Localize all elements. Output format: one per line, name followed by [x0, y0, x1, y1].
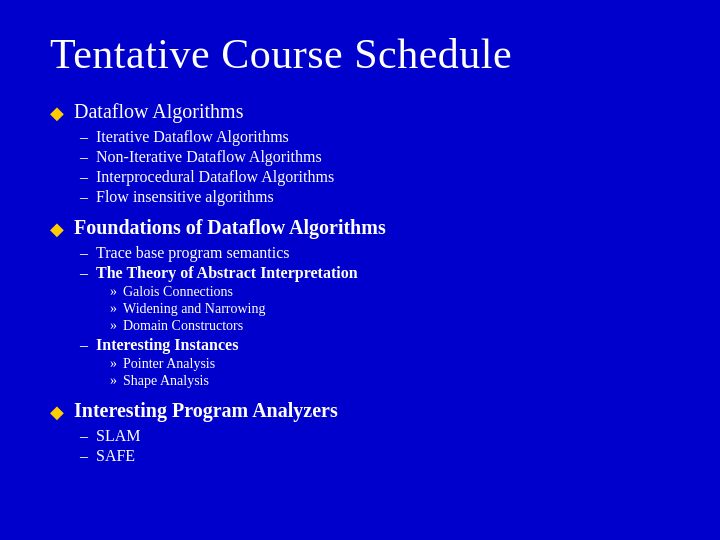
bullet-label-3: Interesting Program Analyzers	[74, 399, 338, 422]
diamond-icon-1: ◆	[50, 102, 64, 124]
sub-sub-list-instances: » Pointer Analysis » Shape Analysis	[110, 356, 670, 389]
dash-icon: –	[80, 244, 88, 262]
sub-label-trace: Trace base program semantics	[96, 244, 290, 262]
sub-sub-shape: » Shape Analysis	[110, 373, 670, 389]
dash-icon: –	[80, 447, 88, 465]
bullet-label-1: Dataflow Algorithms	[74, 100, 243, 123]
sub-sub-bullet-icon: »	[110, 373, 117, 389]
sub-label-iterative: Iterative Dataflow Algorithms	[96, 128, 289, 146]
bullet-analyzers: ◆ Interesting Program Analyzers – SLAM –…	[50, 399, 670, 465]
bullet-dataflow-algorithms: ◆ Dataflow Algorithms – Iterative Datafl…	[50, 100, 670, 206]
sub-sub-label-shape: Shape Analysis	[123, 373, 209, 389]
sub-label-non-iterative: Non-Iterative Dataflow Algorithms	[96, 148, 322, 166]
sub-sub-bullet-icon: »	[110, 318, 117, 334]
sub-sub-label-pointer: Pointer Analysis	[123, 356, 215, 372]
sub-item-interesting-instances: – Interesting Instances	[80, 336, 670, 354]
sub-sub-bullet-icon: »	[110, 356, 117, 372]
dash-icon: –	[80, 128, 88, 146]
sub-item-slam: – SLAM	[80, 427, 670, 445]
sub-list-2: – Trace base program semantics – The The…	[80, 244, 670, 389]
sub-sub-bullet-icon: »	[110, 301, 117, 317]
slide: Tentative Course Schedule ◆ Dataflow Alg…	[0, 0, 720, 540]
sub-label-abstract: The Theory of Abstract Interpretation	[96, 264, 358, 282]
dash-icon: –	[80, 427, 88, 445]
diamond-icon-2: ◆	[50, 218, 64, 240]
sub-item-interprocedural: – Interprocedural Dataflow Algorithms	[80, 168, 670, 186]
sub-sub-label-galois: Galois Connections	[123, 284, 233, 300]
sub-label-interprocedural: Interprocedural Dataflow Algorithms	[96, 168, 334, 186]
sub-item-iterative: – Iterative Dataflow Algorithms	[80, 128, 670, 146]
bullet-foundations: ◆ Foundations of Dataflow Algorithms – T…	[50, 216, 670, 389]
slide-title: Tentative Course Schedule	[50, 30, 670, 78]
sub-sub-pointer: » Pointer Analysis	[110, 356, 670, 372]
diamond-icon-3: ◆	[50, 401, 64, 423]
sub-list-3: – SLAM – SAFE	[80, 427, 670, 465]
sub-item-flow-insensitive: – Flow insensitive algorithms	[80, 188, 670, 206]
sub-sub-domain: » Domain Constructors	[110, 318, 670, 334]
dash-icon: –	[80, 336, 88, 354]
dash-icon: –	[80, 264, 88, 282]
dash-icon: –	[80, 148, 88, 166]
sub-sub-label-domain: Domain Constructors	[123, 318, 243, 334]
sub-label-flow-insensitive: Flow insensitive algorithms	[96, 188, 274, 206]
sub-list-1: – Iterative Dataflow Algorithms – Non-It…	[80, 128, 670, 206]
sub-sub-label-widening: Widening and Narrowing	[123, 301, 266, 317]
sub-label-slam: SLAM	[96, 427, 140, 445]
dash-icon: –	[80, 168, 88, 186]
sub-sub-galois: » Galois Connections	[110, 284, 670, 300]
sub-label-interesting-instances: Interesting Instances	[96, 336, 238, 354]
sub-item-non-iterative: – Non-Iterative Dataflow Algorithms	[80, 148, 670, 166]
bullet-label-2: Foundations of Dataflow Algorithms	[74, 216, 386, 239]
sub-item-safe: – SAFE	[80, 447, 670, 465]
sub-sub-bullet-icon: »	[110, 284, 117, 300]
sub-label-safe: SAFE	[96, 447, 135, 465]
sub-sub-list-abstract: » Galois Connections » Widening and Narr…	[110, 284, 670, 334]
sub-item-abstract: – The Theory of Abstract Interpretation	[80, 264, 670, 282]
sub-item-trace: – Trace base program semantics	[80, 244, 670, 262]
dash-icon: –	[80, 188, 88, 206]
sub-sub-widening: » Widening and Narrowing	[110, 301, 670, 317]
